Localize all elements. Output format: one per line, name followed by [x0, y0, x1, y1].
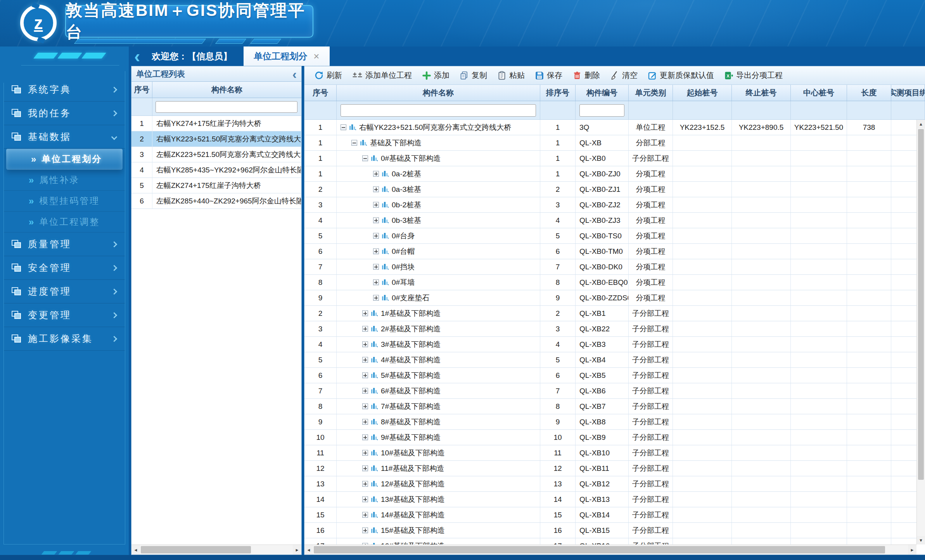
- table-vertical-scrollbar[interactable]: ▲ ▼: [916, 120, 925, 544]
- scroll-left-icon[interactable]: ◄: [304, 545, 313, 555]
- table-row[interactable]: 1615#基础及下部构造16QL-XB15子分部工程: [304, 523, 925, 538]
- expand-icon[interactable]: [362, 341, 368, 347]
- unit-list-row[interactable]: 3左幅ZK223+521.50阿克塞分离式立交跨线大桥: [131, 147, 301, 162]
- delete-button[interactable]: 删除: [568, 69, 604, 82]
- export-subitem-projects-button[interactable]: X导出分项工程: [720, 69, 787, 82]
- expand-icon[interactable]: [362, 357, 368, 363]
- table-column-header-0[interactable]: 序号: [304, 85, 337, 101]
- expand-icon[interactable]: [373, 186, 379, 192]
- expand-icon[interactable]: [362, 465, 368, 471]
- sidebar-subitem-model-code-management[interactable]: »模型挂码管理: [4, 191, 125, 212]
- expand-icon[interactable]: [373, 202, 379, 208]
- table-row[interactable]: 109#基础及下部构造10QL-XB9子分部工程: [304, 430, 925, 445]
- expand-icon[interactable]: [362, 403, 368, 409]
- paste-button[interactable]: 粘贴: [493, 69, 529, 82]
- table-row[interactable]: 1基础及下部构造1QL-XB分部工程: [304, 135, 925, 151]
- sidebar-item-progress-management[interactable]: 进度管理: [4, 280, 125, 303]
- sidebar-item-safety-management[interactable]: 安全管理: [4, 256, 125, 280]
- unit-list-row[interactable]: 1右幅YK274+175红崖子沟特大桥: [131, 116, 301, 131]
- expand-icon[interactable]: [362, 481, 368, 487]
- unit-name-filter-input[interactable]: [156, 101, 297, 113]
- expand-icon[interactable]: [362, 434, 368, 440]
- unit-list-row[interactable]: 2右幅YK223+521.50阿克塞分离式立交跨线大桥: [131, 131, 301, 147]
- table-row[interactable]: 80#耳墙8QL-XB0-EBQ0分项工程: [304, 275, 925, 290]
- table-column-header-9[interactable]: 实测项目绑: [891, 85, 925, 101]
- expand-icon[interactable]: [362, 543, 368, 544]
- sidebar-subitem-unit-project-division[interactable]: »单位工程划分: [6, 149, 123, 170]
- expand-icon[interactable]: [362, 326, 368, 332]
- expand-icon[interactable]: [362, 419, 368, 425]
- sidebar-subitem-unit-project-adjustment[interactable]: »单位工程调整: [4, 212, 125, 233]
- table-column-header-2[interactable]: 排序号: [540, 85, 576, 101]
- table-row[interactable]: 54#基础及下部构造5QL-XB4子分部工程: [304, 352, 925, 368]
- table-row[interactable]: 76#基础及下部构造7QL-XB6子分部工程: [304, 383, 925, 399]
- component-code-filter-input[interactable]: [579, 104, 624, 117]
- tab-unit-project-division[interactable]: 单位工程划分 ×: [244, 47, 329, 66]
- scroll-right-icon[interactable]: ►: [293, 545, 301, 555]
- clear-button[interactable]: 清空: [606, 69, 642, 82]
- save-button[interactable]: 保存: [531, 69, 567, 82]
- expand-icon[interactable]: [373, 279, 379, 285]
- expand-icon[interactable]: [373, 217, 379, 223]
- expand-icon[interactable]: [362, 388, 368, 394]
- table-row[interactable]: 40b-3桩基4QL-XB0-ZJ3分项工程: [304, 213, 925, 228]
- update-quality-defaults-button[interactable]: 更新质保默认值: [643, 69, 718, 82]
- expand-icon[interactable]: [373, 171, 379, 177]
- table-row[interactable]: 30b-2桩基3QL-XB0-ZJ2分项工程: [304, 197, 925, 213]
- expand-icon[interactable]: [373, 264, 379, 270]
- table-row[interactable]: 70#挡块7QL-XB0-DK0分项工程: [304, 259, 925, 275]
- table-row[interactable]: 65#基础及下部构造6QL-XB5子分部工程: [304, 368, 925, 383]
- scrollbar-thumb[interactable]: [141, 546, 251, 553]
- table-row[interactable]: 43#基础及下部构造4QL-XB3子分部工程: [304, 337, 925, 352]
- table-row[interactable]: 1413#基础及下部构造14QL-XB13子分部工程: [304, 492, 925, 507]
- scroll-left-icon[interactable]: ◄: [131, 545, 140, 555]
- sidebar-item-system-dictionary[interactable]: 系统字典: [4, 78, 125, 102]
- sidebar-item-quality-management[interactable]: 质量管理: [4, 233, 125, 256]
- add-button[interactable]: 添加: [418, 69, 454, 82]
- expand-icon[interactable]: [362, 496, 368, 502]
- expand-icon[interactable]: [362, 527, 368, 533]
- tab-welcome[interactable]: 欢迎您：【信息员】: [140, 47, 244, 66]
- table-row[interactable]: 10a-2桩基1QL-XB0-ZJ0分项工程: [304, 166, 925, 182]
- table-row[interactable]: 10#基础及下部构造1QL-XB0子分部工程: [304, 151, 925, 166]
- table-column-header-8[interactable]: 长度: [847, 85, 891, 101]
- table-row[interactable]: 90#支座垫石9QL-XB0-ZZDS0分项工程: [304, 290, 925, 306]
- expand-icon[interactable]: [362, 310, 368, 316]
- sidebar-item-basic-data[interactable]: 基础数据: [4, 125, 125, 149]
- copy-button[interactable]: 复制: [455, 69, 491, 82]
- sidebar-item-my-tasks[interactable]: 我的任务: [4, 102, 125, 125]
- collapse-icon[interactable]: [341, 124, 346, 130]
- table-row[interactable]: 98#基础及下部构造9QL-XB8子分部工程: [304, 414, 925, 430]
- add-unit-project-button[interactable]: 添加单位工程: [348, 69, 416, 82]
- table-column-header-6[interactable]: 终止桩号: [732, 85, 791, 101]
- collapse-icon[interactable]: [351, 140, 357, 146]
- table-row[interactable]: 87#基础及下部构造8QL-XB7子分部工程: [304, 399, 925, 414]
- sidebar-item-change-management[interactable]: 变更管理: [4, 303, 125, 327]
- expand-icon[interactable]: [362, 512, 368, 518]
- scroll-down-icon[interactable]: ▼: [917, 536, 925, 544]
- tab-close-icon[interactable]: ×: [313, 50, 319, 62]
- tabs-back-icon[interactable]: ‹: [134, 49, 140, 64]
- expand-icon[interactable]: [373, 248, 379, 254]
- scrollbar-thumb[interactable]: [314, 546, 885, 553]
- table-row[interactable]: 1右幅YK223+521.50阿克塞分离式立交跨线大桥13Q单位工程YK223+…: [304, 120, 925, 135]
- table-row[interactable]: 1514#基础及下部构造15QL-XB14子分部工程: [304, 507, 925, 523]
- scrollbar-thumb[interactable]: [918, 129, 924, 480]
- table-column-header-1[interactable]: 构件名称: [337, 85, 540, 101]
- unit-list-column-header-1[interactable]: 构件名称: [152, 82, 301, 98]
- unit-list-horizontal-scrollbar[interactable]: ◄ ►: [131, 544, 301, 555]
- unit-list-column-header-0[interactable]: 序号: [131, 82, 152, 98]
- table-row[interactable]: 21#基础及下部构造2QL-XB1子分部工程: [304, 306, 925, 321]
- scroll-up-icon[interactable]: ▲: [917, 120, 925, 128]
- expand-icon[interactable]: [362, 450, 368, 456]
- unit-list-row[interactable]: 4右幅YK285+435~YK292+962阿尔金山特长隧道: [131, 162, 301, 178]
- table-row[interactable]: 32#基础及下部构造3QL-XB22子分部工程: [304, 321, 925, 337]
- expand-icon[interactable]: [373, 233, 379, 239]
- table-row[interactable]: 1110#基础及下部构造11QL-XB10子分部工程: [304, 445, 925, 461]
- unit-list-row[interactable]: 5左幅ZK274+175红崖子沟特大桥: [131, 178, 301, 193]
- component-name-filter-input[interactable]: [341, 104, 536, 117]
- sidebar-subitem-attribute-supplement[interactable]: »属性补录: [4, 170, 125, 191]
- table-row[interactable]: 60#台帽6QL-XB0-TM0分项工程: [304, 244, 925, 259]
- panel-collapse-icon[interactable]: ‹: [292, 70, 297, 78]
- table-column-header-5[interactable]: 起始桩号: [673, 85, 732, 101]
